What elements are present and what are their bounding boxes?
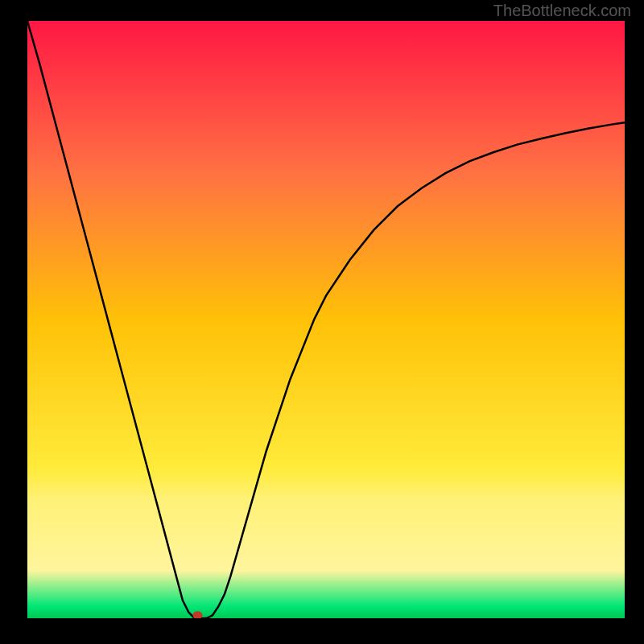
plot-frame: [27, 21, 625, 618]
watermark-text: TheBottleneck.com: [493, 2, 631, 20]
chart-background: [27, 21, 625, 618]
chart-svg: [27, 21, 625, 618]
